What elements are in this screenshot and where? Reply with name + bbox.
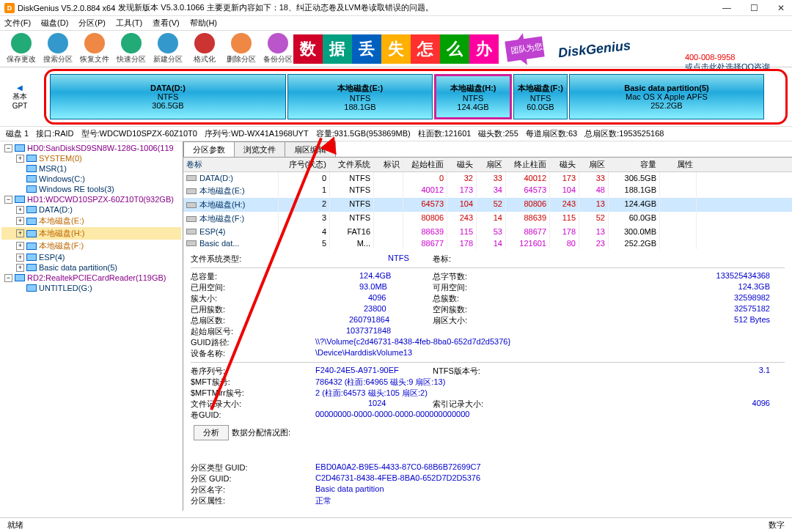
tab[interactable]: 分区参数: [183, 141, 235, 157]
menu-item[interactable]: 查看(V): [153, 18, 180, 29]
update-banner: 发现新版本 V5.3.0.1066 主要更新内容如下：18、纠正动态卷及LVM卷…: [118, 2, 433, 13]
toolbar: 保存更改搜索分区恢复文件快速分区新建分区格式化删除分区备份分区 数据丢失怎么办 …: [0, 31, 792, 67]
toolbar-button[interactable]: 保存更改: [3, 33, 40, 64]
disk-tree[interactable]: −HD0:SanDiskSD9SN8W-128G-1006(119+SYSTEM…: [0, 141, 183, 511]
toolbar-button[interactable]: 恢复文件: [76, 33, 113, 64]
minimize-button[interactable]: —: [719, 3, 734, 13]
tree-node[interactable]: +本地磁盘(F:): [1, 240, 181, 252]
partition-detail: 文件系统类型:NTFS卷标: 总容量:124.4GB总字节数:133525434…: [183, 249, 792, 511]
disk-info-line: 磁盘 1 接口:RAID 型号:WDCWD10SPZX-60Z10T0 序列号:…: [0, 126, 792, 141]
tree-node[interactable]: +本地磁盘(H:): [1, 227, 181, 240]
toolbar-button[interactable]: 格式化: [186, 33, 223, 64]
tab-bar: 分区参数浏览文件扇区编辑: [183, 141, 792, 158]
tree-node[interactable]: +Basic data partition(5): [1, 262, 181, 273]
maximize-button[interactable]: ☐: [747, 3, 761, 13]
menu-bar: 文件(F)磁盘(D)分区(P)工具(T)查看(V)帮助(H): [0, 16, 792, 31]
toolbar-button[interactable]: 备份分区: [260, 33, 296, 64]
toolbar-button[interactable]: 搜索分区: [40, 33, 76, 64]
partition-block[interactable]: 本地磁盘(F:)NTFS60.0GB: [513, 74, 568, 119]
table-row[interactable]: 本地磁盘(E:)1NTFS40012173346457310448188.1GB: [183, 184, 792, 198]
toolbar-button[interactable]: 删除分区: [223, 33, 260, 64]
menu-item[interactable]: 磁盘(D): [41, 18, 68, 29]
tree-node[interactable]: Windows(C:): [1, 174, 181, 184]
tree-node[interactable]: Windows RE tools(3): [1, 184, 181, 194]
app-title: DiskGenius V5.2.0.884 x64: [18, 4, 115, 12]
promo-banner: 数据丢失怎么办 团队为您服务 DiskGenius: [293, 32, 631, 66]
tree-node[interactable]: UNTITLED(G:): [1, 283, 181, 293]
title-bar: D DiskGenius V5.2.0.884 x64 发现新版本 V5.3.0…: [0, 0, 792, 16]
partition-block[interactable]: DATA(D:)NTFS306.5GB: [50, 74, 286, 119]
toolbar-button[interactable]: 新建分区: [150, 33, 186, 64]
tree-node[interactable]: −RD2:RealtekPCIECardReader(119GB): [1, 273, 181, 283]
tree-node[interactable]: +ESP(4): [1, 252, 181, 262]
close-button[interactable]: ✕: [774, 3, 788, 13]
menu-item[interactable]: 帮助(H): [190, 18, 217, 29]
tree-node[interactable]: +SYSTEM(0): [1, 153, 181, 163]
menu-item[interactable]: 工具(T): [116, 18, 142, 29]
tree-node[interactable]: MSR(1): [1, 163, 181, 174]
status-bar: 就绪数字: [0, 517, 792, 532]
partition-block[interactable]: Basic data partition(5)Mac OS X Apple AP…: [569, 74, 764, 119]
tree-node[interactable]: +本地磁盘(E:): [1, 215, 181, 227]
brand-text: DiskGenius: [557, 37, 631, 60]
menu-item[interactable]: 分区(P): [78, 18, 106, 29]
tree-node[interactable]: −HD1:WDCWD10SPZX-60Z10T0(932GB): [1, 194, 181, 204]
promo-arrow: 团队为您服务: [505, 37, 544, 62]
app-icon: D: [4, 3, 15, 13]
back-arrow[interactable]: ◀: [17, 84, 23, 92]
partition-block[interactable]: 本地磁盘(E:)NTFS188.1GB: [287, 74, 433, 119]
toolbar-button[interactable]: 快速分区: [113, 33, 150, 64]
table-row[interactable]: 本地磁盘(F:)3NTFS8080624314886391155260.0GB: [183, 212, 792, 226]
tab[interactable]: 浏览文件: [234, 141, 285, 157]
partition-table[interactable]: 卷标序号(状态)文件系统标识起始柱面磁头扇区终止柱面磁头扇区容量属性 DATA(…: [183, 158, 792, 249]
table-row[interactable]: DATA(D:)0NTFS032334001217333306.5GB: [183, 172, 792, 184]
table-row[interactable]: ESP(4)4FAT1688639115538867717813300.0MB: [183, 226, 792, 237]
tree-node[interactable]: +DATA(D:): [1, 204, 181, 215]
menu-item[interactable]: 文件(F): [4, 18, 31, 29]
partition-block[interactable]: 本地磁盘(H:)NTFS124.4GB: [434, 74, 512, 119]
analyze-button[interactable]: 分析: [194, 425, 229, 440]
disk-map: DATA(D:)NTFS306.5GB本地磁盘(E:)NTFS188.1GB本地…: [44, 69, 788, 125]
table-row[interactable]: 本地磁盘(H:)2NTFS64573104528080624313124.4GB: [183, 198, 792, 212]
tree-node[interactable]: −HD0:SanDiskSD9SN8W-128G-1006(119: [1, 143, 181, 153]
